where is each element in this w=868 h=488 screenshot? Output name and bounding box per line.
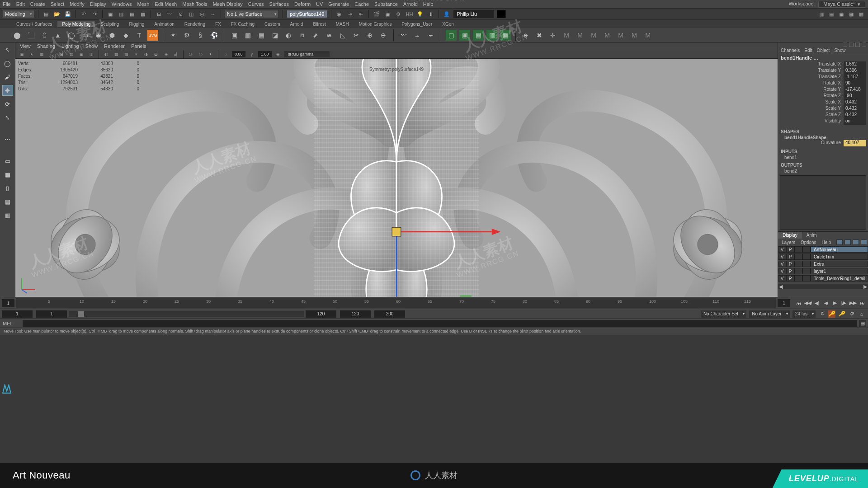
layer-tab-anim[interactable]: Anim — [802, 232, 821, 239]
layer-menu-layers[interactable]: Layers — [782, 240, 795, 245]
layer-play[interactable]: P — [786, 246, 794, 253]
shelf-tab-anim[interactable]: Animation — [150, 21, 179, 27]
time-end-field[interactable]: 1 — [778, 299, 790, 307]
vp-shade-icon[interactable]: ◐ — [103, 51, 110, 58]
menu-arnold[interactable]: Arnold — [403, 1, 418, 7]
vp-ct-icon[interactable]: ◉ — [274, 51, 282, 58]
helix-icon[interactable]: § — [195, 30, 206, 41]
move-tool-icon[interactable]: ✥ — [2, 85, 13, 96]
live-surface-dropdown[interactable]: No Live Surface — [225, 10, 279, 18]
bevel-icon[interactable]: ◺ — [337, 30, 348, 41]
poly-prism-icon[interactable]: ◆ — [120, 30, 131, 41]
menu-mesh-tools[interactable]: Mesh Tools — [182, 1, 207, 7]
attr-ty[interactable]: 0.306 — [844, 68, 866, 74]
shelf-tab-arnold[interactable]: Arnold — [285, 21, 307, 27]
menu-help[interactable]: Help — [423, 1, 434, 7]
redo-icon[interactable]: ↷ — [90, 10, 99, 18]
vp-bookmark-icon[interactable]: ★ — [28, 51, 35, 58]
menu-select[interactable]: Select — [51, 1, 65, 7]
poly-type-icon[interactable]: T — [134, 30, 145, 41]
layer-color2[interactable] — [802, 246, 811, 253]
sym-icon[interactable]: ↔ — [209, 10, 217, 18]
play-fwd-icon[interactable]: ▶ — [831, 300, 838, 307]
cb-node-name[interactable]: bend1Handle … — [778, 54, 868, 61]
layer-vis[interactable]: V — [778, 246, 786, 253]
cb-show[interactable]: Show — [834, 48, 845, 53]
panel-show[interactable]: Show — [85, 43, 98, 49]
center-pivot-icon[interactable]: ✛ — [547, 30, 558, 41]
render-icon[interactable]: 🎬 — [373, 10, 381, 18]
autokey-icon[interactable]: 🔑 — [828, 310, 835, 318]
attr-rx[interactable]: 90 — [844, 80, 866, 87]
fps-dropdown[interactable]: 24 fps — [793, 310, 816, 318]
loop-icon[interactable]: ↻ — [818, 310, 826, 318]
mirror-icon[interactable]: ⧈ — [297, 30, 307, 41]
vp-motion-icon[interactable]: ⇶ — [172, 51, 179, 58]
attr-tz[interactable]: -1.187 — [844, 74, 866, 80]
target-weld-icon[interactable]: ⊕ — [364, 30, 375, 41]
menu-edit-mesh[interactable]: Edit Mesh — [155, 1, 177, 7]
anim-prefs-icon[interactable]: ⚙ — [848, 310, 855, 318]
sel-object-icon[interactable]: ▩ — [139, 10, 147, 18]
panel-shading[interactable]: Shading — [37, 43, 55, 49]
rotate-tool-icon[interactable]: ⟳ — [2, 99, 13, 109]
m7-icon[interactable]: M — [642, 30, 653, 41]
toggle-a-icon[interactable]: ▥ — [817, 10, 826, 18]
paint-select-icon[interactable]: 🖌 — [2, 71, 13, 82]
shelf-tab-custom[interactable]: Custom — [260, 21, 284, 27]
cb-edit[interactable]: Edit — [804, 48, 812, 53]
cgraph-in-icon[interactable]: ⇥ — [346, 10, 354, 18]
layer-menu-help[interactable]: Help — [821, 240, 831, 245]
lasso-tool-icon[interactable]: ◯ — [2, 58, 13, 69]
layout-out-icon[interactable]: ▤ — [2, 196, 13, 207]
layer-newsel-icon[interactable] — [861, 239, 867, 245]
cb-output-node[interactable]: bend2 — [778, 169, 868, 174]
time-start-field[interactable]: 1 — [2, 299, 14, 307]
viewport-3d[interactable]: Verts:666481433030 Edges:1305420856200 F… — [15, 59, 778, 297]
menu-windows[interactable]: Windows — [112, 1, 132, 7]
range-track[interactable] — [69, 311, 304, 317]
shelf-tab-fx[interactable]: FX — [211, 21, 226, 27]
menu-substance[interactable]: Substance — [374, 1, 398, 7]
offsetloop-icon[interactable]: ⫟ — [425, 30, 436, 41]
sel-face-icon[interactable]: ▦ — [128, 10, 136, 18]
poly-cylinder-icon[interactable]: ⬯ — [39, 30, 50, 41]
boolean-icon[interactable]: ◪ — [269, 30, 280, 41]
vp-exposure-field[interactable]: 0.00 — [232, 51, 245, 57]
menu-surfaces[interactable]: Surfaces — [269, 1, 289, 7]
panel-view[interactable]: View — [20, 43, 31, 49]
attr-sx[interactable]: 0.432 — [844, 99, 866, 106]
range-handle[interactable] — [78, 311, 84, 317]
set-key-icon[interactable]: 🔑 — [838, 310, 845, 318]
menu-file[interactable]: File — [3, 1, 11, 7]
step-back-icon[interactable]: ◀◀ — [804, 300, 811, 307]
attr-ry[interactable]: -17.418 — [844, 87, 866, 93]
panel-lighting[interactable]: Lighting — [61, 43, 79, 49]
panel-renderer[interactable]: Renderer — [104, 43, 125, 49]
cmd-input[interactable] — [23, 320, 857, 327]
vp-2d-icon[interactable]: ▭ — [48, 51, 55, 58]
attr-vis[interactable]: on — [844, 118, 866, 125]
retopo-b-icon[interactable]: ▤ — [473, 30, 484, 41]
cgraph-icon[interactable]: ◉ — [335, 10, 343, 18]
sel-vertex-icon[interactable]: ▣ — [106, 10, 114, 18]
toggle-c-icon[interactable]: ▣ — [837, 10, 845, 18]
snap-curve-icon[interactable]: 〰 — [165, 10, 174, 18]
workspace-dropdown[interactable]: Maya Classic*▾ — [818, 1, 865, 8]
range-end[interactable]: 200 — [374, 310, 405, 318]
gear-icon[interactable]: ⚙ — [181, 30, 192, 41]
attr-rz[interactable]: -90 — [844, 93, 866, 99]
combine-icon[interactable]: ▣ — [229, 30, 240, 41]
go-end-icon[interactable]: ⏭ — [858, 300, 865, 307]
vp-gate-icon[interactable]: ▣ — [78, 51, 85, 58]
layer-name[interactable]: ArtNouveau — [811, 246, 868, 253]
layout-four-icon[interactable]: ▦ — [2, 169, 13, 180]
shelf-tab-curves[interactable]: Curves / Surfaces — [12, 21, 57, 27]
ipr-icon[interactable]: ▣ — [383, 10, 392, 18]
account-icon[interactable]: 👤 — [443, 10, 451, 18]
range-out[interactable]: 120 — [340, 310, 371, 318]
snap-live-icon[interactable]: ◎ — [198, 10, 206, 18]
layer-menu-options[interactable]: Options — [801, 240, 816, 245]
menu-modify[interactable]: Modify — [70, 1, 84, 7]
retopo-d-icon[interactable]: ▦ — [500, 30, 511, 41]
